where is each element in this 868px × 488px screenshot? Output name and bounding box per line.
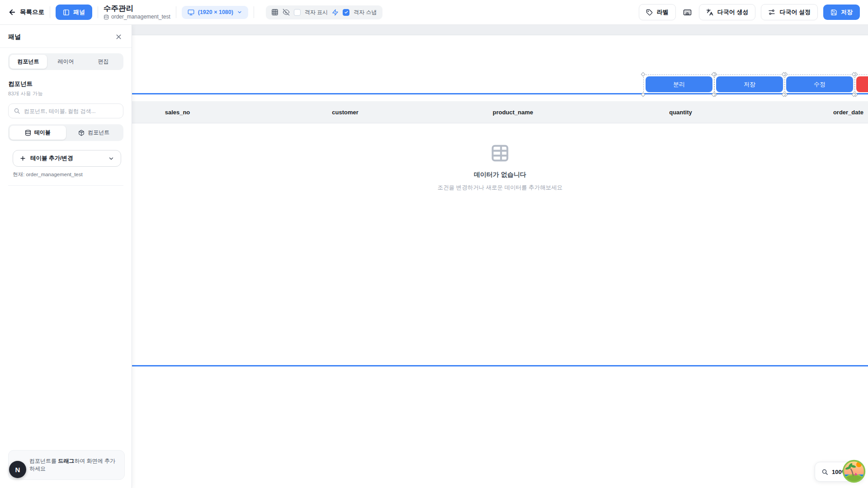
lightning-icon [332,9,339,16]
hint-prefix: 컴포넌트를 [29,458,58,464]
i18n-generate-text: 다국어 생성 [717,8,749,16]
panel-tabs: 컴포넌트 레이어 편집 [8,53,123,70]
column-header[interactable]: sales_no [132,101,261,123]
package-icon [78,130,85,136]
eye-off-icon [283,9,290,16]
divider [50,6,50,18]
chevron-down-icon [237,9,242,15]
canvas-top-strip [132,25,868,35]
source-components-button[interactable]: 컴포넌트 [66,126,123,140]
components-section-title: 컴포넌트 [8,80,123,88]
grid-show-checkbox[interactable] [294,9,301,16]
plus-icon [19,155,26,162]
component-panel: 패널 컴포넌트 레이어 편집 컴포넌트 83개 사용 가능 테이블 [0,25,132,488]
hint-bold: 드래그 [58,458,74,464]
bound-table-name: order_management_test [111,14,170,20]
selection-box[interactable]: 수정 [784,75,855,94]
empty-state-title: 데이터가 없습니다 [474,171,526,179]
keyboard-icon [683,8,692,17]
panel-title: 패널 [8,33,21,41]
canvas-danger-button[interactable] [856,76,868,92]
toolbar-right-group: 라벨 다국어 생성 다국어 설정 저장 [639,4,860,20]
tab-components[interactable]: 컴포넌트 [9,55,47,69]
add-table-label: 테이블 추가/변경 [30,155,73,162]
grid-options-group: 격자 표시 격자 스냅 [266,5,382,19]
chevron-down-icon [108,155,114,162]
divider [8,185,123,186]
source-toggle: 테이블 컴포넌트 [8,124,123,141]
column-header[interactable]: customer [261,101,429,123]
table-header-row: sales_no customer product_name quantity … [132,101,868,123]
source-tables-label: 테이블 [34,129,51,136]
i18n-settings-button[interactable]: 다국어 설정 [761,4,818,20]
table-selection-bottom-edge [132,365,868,366]
add-table-dropdown[interactable]: 테이블 추가/변경 [13,150,121,167]
back-to-list-button[interactable]: 목록으로 [8,8,44,16]
monitor-icon [188,9,194,16]
divider [176,6,176,18]
tab-layers[interactable]: 레이어 [47,55,85,69]
grid-snap-checkbox[interactable] [343,9,349,16]
save-button-text: 저장 [841,8,853,16]
empty-state-subtitle: 조건을 변경하거나 새로운 데이터를 추가해보세요 [438,184,562,192]
top-toolbar: 목록으로 패널 수주관리 order_management_test (1920… [0,0,868,25]
label-button[interactable]: 라벨 [639,4,676,20]
database-icon [25,130,31,136]
database-icon [104,14,109,20]
magnifier-icon [821,469,828,475]
collaborator-avatar[interactable]: N [9,461,26,478]
resolution-dropdown[interactable]: (868 × 488) [182,6,248,19]
selection-handle[interactable] [641,72,646,77]
column-header[interactable]: order_date [764,101,868,123]
panel-left-icon [63,9,70,16]
empty-table-icon [490,143,510,164]
grid-show-label: 격자 표시 [305,9,328,16]
divider [98,6,98,18]
resolution-label: (868 × 488) [198,9,233,15]
grid-snap-label: 격자 스냅 [354,9,377,16]
save-button[interactable]: 저장 [823,5,860,20]
avatar-initial: N [15,466,20,474]
i18n-settings-text: 다국어 설정 [779,8,811,16]
arrow-left-icon [8,8,16,16]
tag-icon [646,9,653,16]
search-icon [14,108,20,114]
languages-icon [706,9,713,16]
source-components-label: 컴포넌트 [88,129,109,136]
grid-icon [271,9,278,16]
source-tables-button[interactable]: 테이블 [9,126,66,140]
table-selection-top-edge [132,93,868,94]
search-input[interactable] [24,108,118,114]
component-search[interactable] [8,103,123,118]
column-header[interactable]: product_name [429,101,597,123]
selection-box[interactable]: 분리 [643,75,715,94]
canvas-edit-button[interactable]: 수정 [786,76,853,92]
current-table-label: 현재: order_management_test [13,171,119,178]
panel-close-button[interactable] [114,32,123,42]
island-badge-icon[interactable] [842,459,866,483]
label-button-text: 라벨 [657,8,669,16]
canvas-save-button[interactable]: 저장 [716,76,783,92]
table-empty-state: 데이터가 없습니다 조건을 변경하거나 새로운 데이터를 추가해보세요 [132,143,868,192]
column-header[interactable]: quantity [597,101,764,123]
sliders-icon [768,9,775,16]
app: 목록으로 패널 수주관리 order_management_test (1920… [0,0,868,488]
divider [254,6,254,18]
drag-hint: 컴포넌트를 드래그하여 화면에 추가하세요 [8,450,125,480]
panel-button-label: 패널 [73,8,85,16]
tab-edit[interactable]: 편집 [85,55,122,69]
keyboard-shortcuts-button[interactable] [681,6,693,19]
page-title-block: 수주관리 order_management_test [104,4,170,20]
components-count: 83개 사용 가능 [8,90,123,97]
canvas-separate-button[interactable]: 분리 [646,76,712,92]
selection-box[interactable] [854,75,868,94]
i18n-generate-button[interactable]: 다국어 생성 [699,4,756,20]
page-title: 수주관리 [104,4,170,13]
selection-box[interactable]: 저장 [714,75,785,94]
back-label: 목록으로 [20,8,44,16]
close-icon [115,33,123,41]
panel-toggle-button[interactable]: 패널 [56,5,92,20]
save-icon [830,9,837,16]
